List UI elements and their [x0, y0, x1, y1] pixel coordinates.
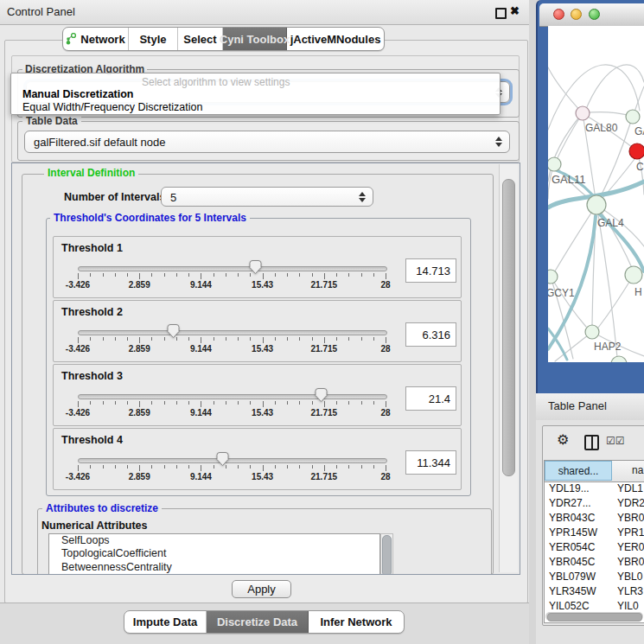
threshold-value-input[interactable]: [405, 386, 456, 411]
slider-track[interactable]: [78, 394, 387, 399]
table-row[interactable]: YLR345WYLR3: [545, 584, 644, 599]
table-rows: YDL19...YDL1YDR27...YDR2YBR043CYBR0YPR14…: [545, 481, 644, 611]
tick-label: 2.859: [113, 472, 165, 481]
table-row[interactable]: YER054CYER0: [545, 540, 644, 555]
threshold-value-input[interactable]: [405, 450, 456, 475]
slider-track[interactable]: [78, 330, 387, 335]
svg-text:GA: GA: [634, 125, 644, 137]
attribute-list-item[interactable]: TopologicalCoefficient: [49, 547, 379, 560]
tick-label: 21.715: [298, 472, 350, 481]
threshold-row: Threshold 2-3.4262.8599.14415.4321.71528: [53, 300, 462, 362]
tick-marks: [78, 465, 386, 472]
table-row[interactable]: YBR045CYBR0: [545, 555, 644, 570]
column-layout-icon[interactable]: [584, 435, 599, 450]
tab-jactivemnodules[interactable]: jActiveMNodules: [287, 28, 384, 50]
dropdown-item-manual[interactable]: Manual Discretization: [22, 88, 134, 100]
tick-label: 28: [360, 472, 411, 481]
tick-label: 2.859: [113, 408, 165, 418]
tick-label: 21.715: [298, 344, 350, 354]
threshold-value-input[interactable]: [405, 258, 456, 283]
threshold-row: Threshold 1-3.4262.8599.14415.4321.71528: [53, 236, 462, 298]
tick-label: 28: [360, 344, 411, 354]
dropdown-item-equal-width[interactable]: Equal Width/Frequency Discretization: [22, 101, 202, 113]
tick-label: 21.715: [298, 408, 350, 418]
threshold-row: Threshold 4-3.4262.8599.14415.4321.71528: [53, 428, 462, 490]
threshold-value-input[interactable]: [405, 322, 456, 347]
threshold-label: Threshold 1: [61, 242, 123, 254]
tab-infer-network[interactable]: Infer Network: [309, 611, 404, 633]
table-row[interactable]: YDL19...YDL1: [545, 481, 644, 496]
table-row[interactable]: YIL052CYIL0: [545, 599, 644, 611]
combo-arrows-icon: [495, 137, 502, 147]
table-row[interactable]: YDR27...YDR2: [545, 496, 644, 511]
tick-label: 15.43: [237, 408, 289, 418]
algorithm-dropdown-popup: Select algorithm to view settings Manual…: [10, 73, 501, 115]
tick-marks: [78, 273, 386, 280]
tick-label: 15.43: [237, 344, 289, 354]
tick-label: 2.859: [113, 280, 165, 290]
vertical-scrollbar[interactable]: [499, 164, 518, 572]
column-header-name[interactable]: na: [613, 461, 644, 481]
tab-impute-data[interactable]: Impute Data: [124, 611, 207, 633]
table-data-combo-value: galFiltered.sif default node: [34, 136, 165, 149]
slider-track[interactable]: [78, 266, 387, 271]
top-tab-bar: Network Style Select Cyni Toolbox jActiv…: [62, 27, 385, 51]
network-canvas[interactable]: GAL80GACGAL11GAL4GCY1HHAP2: [548, 26, 644, 362]
apply-button[interactable]: Apply: [232, 580, 291, 598]
horizontal-scrollbar-thumb[interactable]: [547, 613, 642, 622]
table-row[interactable]: YBR043CYBR0: [545, 511, 644, 526]
tab-cyni-toolbox[interactable]: Cyni Toolbox: [223, 28, 287, 50]
svg-text:GAL80: GAL80: [585, 122, 618, 134]
attributes-group-title: Attributes to discretize: [42, 503, 162, 514]
tick-label: 9.144: [175, 408, 226, 418]
svg-text:H: H: [634, 286, 642, 298]
close-traffic-light[interactable]: [553, 9, 564, 20]
float-window-icon[interactable]: [495, 8, 507, 19]
tab-style[interactable]: Style: [129, 28, 178, 50]
table-panel-titlebar: Table Panel: [536, 393, 644, 421]
tick-label: 9.144: [175, 472, 226, 481]
tick-label: 15.43: [237, 280, 289, 290]
num-intervals-spinner[interactable]: 5: [161, 187, 373, 207]
tick-label: 9.144: [175, 280, 226, 290]
settings-scrollpane: Interval Definition Number of Intervals …: [11, 163, 520, 575]
column-header-shared-name[interactable]: shared...: [545, 461, 612, 481]
attribute-list-item[interactable]: BetweennessCentrality: [49, 561, 379, 574]
close-icon[interactable]: ✖: [510, 4, 520, 17]
svg-text:C: C: [636, 161, 644, 173]
minimize-traffic-light[interactable]: [571, 9, 582, 20]
list-scrollbar-thumb[interactable]: [382, 535, 392, 575]
network-icon: [66, 33, 77, 45]
attribute-list-item[interactable]: SelfLoops: [49, 534, 379, 547]
tick-marks: [78, 401, 386, 408]
vertical-scrollbar-thumb[interactable]: [502, 179, 515, 476]
tick-label: 15.43: [237, 472, 289, 481]
horizontal-scrollbar[interactable]: [545, 612, 643, 621]
node-table: shared... na YDL19...YDL1YDR27...YDR2YBR…: [544, 460, 644, 623]
tick-label: 28: [360, 280, 411, 290]
table-header-row: shared... na: [545, 461, 644, 482]
svg-text:GAL11: GAL11: [552, 173, 586, 186]
table-row[interactable]: YBL079WYBL0: [545, 570, 644, 584]
tick-label: 2.859: [113, 344, 165, 354]
table-row[interactable]: YPR145WYPR1: [545, 526, 644, 540]
dropdown-placeholder-item[interactable]: Select algorithm to view settings: [142, 76, 290, 88]
gear-icon[interactable]: ⚙: [557, 431, 569, 448]
network-graph: GAL80GACGAL11GAL4GCY1HHAP2: [548, 26, 644, 362]
slider-track[interactable]: [78, 458, 387, 463]
num-intervals-value: 5: [170, 190, 176, 203]
table-data-group-title: Table Data: [22, 116, 81, 127]
table-panel-title: Table Panel: [548, 399, 607, 412]
tab-select[interactable]: Select: [178, 28, 223, 50]
numerical-attributes-list[interactable]: SelfLoopsTopologicalCoefficientBetweenne…: [48, 533, 380, 575]
tab-network[interactable]: Network: [63, 28, 129, 50]
tick-label: 28: [360, 408, 411, 418]
table-data-combo[interactable]: galFiltered.sif default node: [24, 131, 510, 153]
tab-discretize-data[interactable]: Discretize Data: [207, 611, 309, 633]
zoom-traffic-light[interactable]: [589, 9, 600, 20]
control-panel-titlebar: Control Panel ✖: [0, 0, 536, 25]
window-title: Control Panel: [7, 5, 75, 18]
threshold-row: Threshold 3-3.4262.8599.14415.4321.71528: [53, 364, 462, 426]
list-scrollbar[interactable]: [380, 533, 393, 575]
select-columns-icon[interactable]: ☑☑: [606, 435, 625, 447]
